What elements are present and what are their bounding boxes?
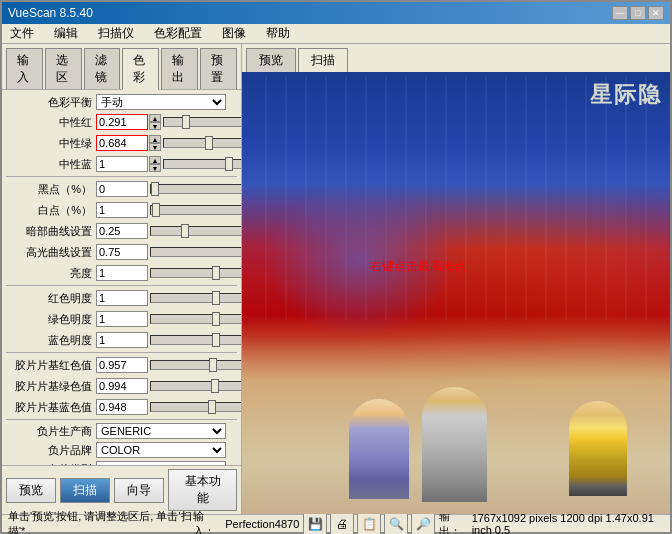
title-bar-buttons: — □ ✕ [612, 6, 664, 20]
color-balance-select[interactable]: 手动 [96, 94, 226, 110]
menu-color-config[interactable]: 色彩配置 [150, 25, 206, 42]
neutral-blue-input[interactable] [96, 156, 148, 172]
white-point-slider[interactable] [150, 205, 241, 215]
main-window: VueScan 8.5.40 — □ ✕ 文件 编辑 扫描仪 色彩配置 图像 帮… [0, 0, 672, 534]
scan-image: 星际隐 右键点击最高光点 [242, 72, 670, 514]
minimize-button[interactable]: — [612, 6, 628, 20]
blue-bright-slider[interactable] [150, 335, 241, 345]
neutral-red-spinner: ▲ ▼ [149, 114, 161, 130]
blue-bright-label: 蓝色明度 [6, 333, 96, 348]
red-bright-row: 红色明度 [6, 289, 237, 307]
neutral-red-up[interactable]: ▲ [149, 114, 161, 122]
highlight-curve-label: 高光曲线设置 [6, 245, 96, 260]
neutral-blue-down[interactable]: ▼ [149, 164, 161, 172]
zoom-out-btn[interactable]: 🔎 [411, 513, 435, 535]
menu-scanner[interactable]: 扫描仪 [94, 25, 138, 42]
blue-bright-input[interactable] [96, 332, 148, 348]
menu-edit[interactable]: 编辑 [50, 25, 82, 42]
tab-color[interactable]: 色彩 [122, 48, 159, 90]
left-tab-bar: 输入 选区 滤镜 色彩 输出 预置 [2, 44, 241, 90]
output-value: 1767x1092 pixels 1200 dpi 1.47x0.91 inch… [472, 512, 664, 535]
green-bright-input[interactable] [96, 311, 148, 327]
left-panel: 输入 选区 滤镜 色彩 输出 预置 色彩平衡 手动 中性红 [2, 44, 242, 514]
red-bright-slider[interactable] [150, 293, 241, 303]
brightness-slider[interactable] [150, 268, 241, 278]
neutral-red-input[interactable] [96, 114, 148, 130]
zoom-in-btn[interactable]: 🔍 [384, 513, 408, 535]
neutral-blue-up[interactable]: ▲ [149, 156, 161, 164]
menu-file[interactable]: 文件 [6, 25, 38, 42]
film-base-red-input[interactable] [96, 357, 148, 373]
tab-preview[interactable]: 预览 [246, 48, 296, 72]
neutral-red-row: 中性红 ▲ ▼ [6, 113, 237, 131]
neutral-red-down[interactable]: ▼ [149, 122, 161, 130]
menu-image[interactable]: 图像 [218, 25, 250, 42]
shadow-curve-row: 暗部曲线设置 [6, 222, 237, 240]
menu-help[interactable]: 帮助 [262, 25, 294, 42]
neutral-blue-label: 中性蓝 [6, 157, 96, 172]
neutral-green-down[interactable]: ▼ [149, 143, 161, 151]
neutral-green-spinner: ▲ ▼ [149, 135, 161, 151]
film-base-red-slider[interactable] [150, 360, 241, 370]
film-base-blue-row: 胶片片基蓝色值 [6, 398, 237, 416]
scan-button[interactable]: 扫描 [60, 478, 110, 503]
neutral-green-up[interactable]: ▲ [149, 135, 161, 143]
film-brand-select[interactable]: COLOR [96, 442, 226, 458]
print-icon-btn[interactable]: 🖨 [330, 513, 354, 535]
highlight-instruction: 右键点击最高光点 [370, 258, 466, 275]
tab-selection[interactable]: 选区 [45, 48, 82, 89]
black-point-slider[interactable] [150, 184, 241, 194]
title-bar: VueScan 8.5.40 — □ ✕ [2, 2, 670, 24]
brightness-row: 亮度 [6, 264, 237, 282]
green-bright-slider[interactable] [150, 314, 241, 324]
neutral-green-slider[interactable] [163, 138, 241, 148]
black-point-label: 黑点（%） [6, 182, 96, 197]
neutral-red-slider[interactable] [163, 117, 241, 127]
green-bright-label: 绿色明度 [6, 312, 96, 327]
shadow-curve-input[interactable] [96, 223, 148, 239]
film-base-blue-input[interactable] [96, 399, 148, 415]
save-icon-btn[interactable]: 💾 [303, 513, 327, 535]
child-figure-2 [422, 387, 487, 502]
film-base-green-input[interactable] [96, 378, 148, 394]
manufacturer-select[interactable]: GENERIC [96, 423, 226, 439]
tab-output[interactable]: 输出 [161, 48, 198, 89]
white-point-input[interactable] [96, 202, 148, 218]
tab-scan[interactable]: 扫描 [298, 48, 348, 72]
film-base-red-label: 胶片片基红色值 [6, 358, 96, 373]
maximize-button[interactable]: □ [630, 6, 646, 20]
window-title: VueScan 8.5.40 [8, 6, 93, 20]
highlight-curve-slider[interactable] [150, 247, 241, 257]
action-buttons: 预览 扫描 向导 基本功能 [2, 465, 241, 514]
preview-tab-bar: 预览 扫描 [242, 44, 670, 72]
neutral-green-label: 中性绿 [6, 136, 96, 151]
highlight-curve-input[interactable] [96, 244, 148, 260]
red-bright-input[interactable] [96, 290, 148, 306]
shadow-curve-slider[interactable] [150, 226, 241, 236]
film-base-blue-slider[interactable] [150, 402, 241, 412]
scan-image-area: 星际隐 右键点击最高光点 [242, 72, 670, 514]
neutral-blue-slider[interactable] [163, 159, 241, 169]
black-point-input[interactable] [96, 181, 148, 197]
right-panel: 预览 扫描 星际隐 右键点击最高光点 [242, 44, 670, 514]
copy-icon-btn[interactable]: 📋 [357, 513, 381, 535]
tab-preset[interactable]: 预置 [200, 48, 237, 89]
brightness-input[interactable] [96, 265, 148, 281]
close-button[interactable]: ✕ [648, 6, 664, 20]
child-figure-3 [569, 401, 627, 496]
manufacturer-row: 负片生产商 GENERIC [6, 423, 237, 439]
guide-button[interactable]: 向导 [114, 478, 164, 503]
neutral-red-label: 中性红 [6, 115, 96, 130]
tab-filter[interactable]: 滤镜 [84, 48, 121, 89]
film-base-green-slider[interactable] [150, 381, 241, 391]
neutral-blue-row: 中性蓝 ▲ ▼ [6, 155, 237, 173]
basic-button[interactable]: 基本功能 [168, 469, 237, 511]
input-value: Perfection4870 [225, 518, 299, 530]
neutral-green-row: 中性绿 ▲ ▼ [6, 134, 237, 152]
tab-input[interactable]: 输入 [6, 48, 43, 89]
neutral-green-input[interactable] [96, 135, 148, 151]
preview-button[interactable]: 预览 [6, 478, 56, 503]
film-brand-row: 负片品牌 COLOR [6, 442, 237, 458]
neutral-blue-spinner: ▲ ▼ [149, 156, 161, 172]
main-content: 输入 选区 滤镜 色彩 输出 预置 色彩平衡 手动 中性红 [2, 44, 670, 514]
